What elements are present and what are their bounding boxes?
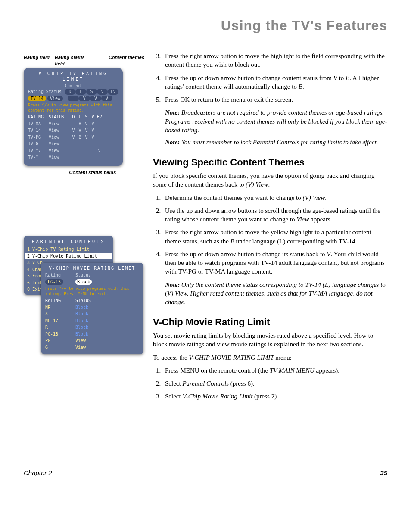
rating-row: TV-MAViewBVV	[26, 121, 120, 128]
rating-row: TV-PGViewVBVV	[26, 134, 120, 141]
note: Note: Only the content theme status corr…	[165, 280, 387, 307]
current-theme: V	[90, 96, 101, 102]
screen-hint: Press ^/v to view programs with this con…	[26, 102, 120, 114]
step-item: Press the right arrow button to move the…	[162, 52, 387, 69]
rating-row: TV-GView	[26, 140, 120, 147]
current-theme: V	[79, 96, 90, 102]
footer-page: 35	[380, 469, 387, 477]
tv-screen-vchip: V-CHIP TV RATING LIMIT -- Content -- Rat…	[24, 68, 123, 166]
current-theme: V	[101, 96, 112, 102]
head-theme: FV	[108, 89, 118, 95]
sidebar: Rating field Rating status field Content…	[24, 50, 144, 405]
movie-rating-row: NC-17Block	[43, 317, 142, 324]
panel-movie-rating: V-CHIP MOVIE RATING LIMIT Rating Status …	[41, 263, 143, 355]
panel2-title: V-CHIP MOVIE RATING LIMIT	[43, 264, 142, 272]
label-status-field: Rating status field	[55, 54, 86, 67]
chapter-header: Using the TV's Features	[24, 16, 387, 37]
head-rating: Rating	[28, 89, 46, 95]
step-item: Press OK to return to the menu or exit t…	[162, 95, 387, 104]
label-rating-field: Rating field	[24, 54, 55, 67]
col-theme: S	[83, 114, 90, 120]
head-theme: L	[75, 89, 86, 95]
rating-row: TV-Y7ViewV	[26, 147, 120, 154]
content-dash: -- Content --	[26, 83, 120, 88]
section-intro: You set movie rating limits by blocking …	[153, 331, 387, 349]
movie-rating-row: XBlock	[43, 311, 142, 317]
current-rating: TV-14	[28, 96, 46, 102]
note: Note: You must remember to lock Parental…	[165, 138, 387, 146]
col-rating: RATING	[45, 298, 75, 304]
step-item: Determine the content themes you want to…	[162, 193, 387, 202]
section-intro: If you block specific content themes, yo…	[153, 171, 387, 189]
movie-rating-row: PG-13Block	[43, 331, 142, 338]
step-item: Press MENU on the remote control (the TV…	[162, 366, 387, 375]
step-item: Select Parental Controls (press 6).	[162, 379, 387, 388]
movie-rating-row: PGView	[43, 337, 142, 344]
rating-row: TV-YView	[26, 154, 120, 161]
movie-rating-row: NRBlock	[43, 304, 142, 311]
movie-rating-row: RBlock	[43, 324, 142, 331]
head-theme: S	[86, 89, 97, 95]
current-rating: PG-13	[45, 279, 63, 285]
screen-title: V-CHIP TV RATING LIMIT	[26, 71, 120, 82]
col-theme: V	[90, 114, 96, 120]
col-theme: FV	[96, 114, 103, 120]
label-content-status-fields: Content status fields	[67, 169, 118, 176]
figure-vchip-tv: Rating field Rating status field Content…	[24, 54, 144, 175]
menu-item: 1 V-Chip TV Rating Limit	[25, 246, 112, 253]
col-status: STATUS	[75, 298, 101, 304]
section-access: To access the V-CHIP MOVIE RATING LIMIT …	[153, 353, 387, 362]
menu-item: 2 V-Chip Movie Rating Limit	[25, 253, 112, 260]
panel2-hint: Press ^/v to view programs with this rat…	[43, 285, 142, 297]
footer-chapter: Chapter 2	[24, 469, 52, 477]
head-status: Status	[46, 89, 65, 95]
section-heading: V-Chip Movie Rating Limit	[153, 316, 387, 329]
head-theme: V	[97, 89, 108, 95]
head-rating: Rating	[45, 272, 75, 278]
head-theme: D	[65, 89, 75, 95]
current-status: View	[47, 96, 63, 102]
sec2-steps-list: Press MENU on the remote control (the TV…	[153, 366, 387, 401]
sec1-steps-list: Determine the content themes you want to…	[153, 193, 387, 276]
step-item: Select V-Chip Movie Rating Limit (press …	[162, 392, 387, 401]
current-theme	[112, 96, 118, 102]
panel1-title: PARENTAL CONTROLS	[25, 238, 112, 246]
col-theme: L	[77, 114, 83, 120]
rating-row: TV-14ViewVVVV	[26, 127, 120, 134]
note: Note: Broadcasters are not required to p…	[165, 108, 387, 134]
figure-parental-controls: PARENTAL CONTROLS 1 V-Chip TV Rating Lim…	[24, 236, 144, 335]
head-status: Status	[75, 272, 101, 278]
intro-steps-list: Press the right arrow button to move the…	[153, 52, 387, 104]
current-theme	[68, 96, 79, 102]
step-item: Use the up and down arrow buttons to scr…	[162, 206, 387, 224]
step-item: Press the up or down arrow button to cha…	[162, 74, 387, 91]
col-rating: RATING	[28, 114, 49, 120]
step-item: Press the up or down arrow button to cha…	[162, 250, 387, 276]
step-item: Press the right arrow button to move the…	[162, 228, 387, 246]
col-theme: D	[70, 114, 77, 120]
label-content-themes: Content themes	[86, 54, 144, 67]
main-content: Press the right arrow button to move the…	[153, 50, 387, 405]
movie-rating-row: GView	[43, 344, 142, 351]
current-status: Block	[75, 279, 92, 285]
page-footer: Chapter 2 35	[24, 466, 387, 477]
col-status: STATUS	[49, 114, 70, 120]
section-heading: Viewing Specific Content Themes	[153, 156, 387, 169]
